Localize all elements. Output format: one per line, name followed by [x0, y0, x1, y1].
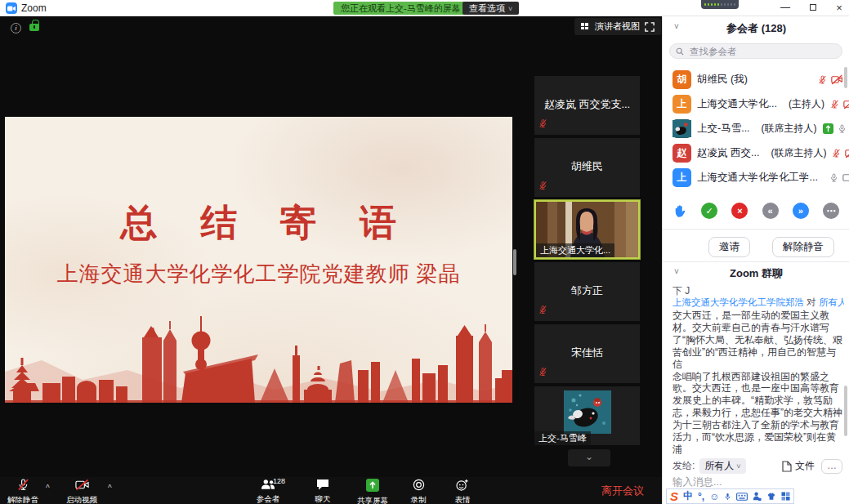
participant-row[interactable]: 赵 赵凌岚 西交... (联席主持人) [663, 140, 849, 165]
participants-scrollbar-thumb[interactable] [844, 67, 847, 88]
video-tile[interactable]: 上交-马雪峰 [534, 386, 640, 445]
share-screen-icon [366, 479, 379, 492]
chat-panel-title: Zoom 群聊 [663, 266, 849, 281]
screen-sharing-icon [823, 123, 833, 134]
send-to-label: 发给: [672, 459, 695, 473]
ime-voice-icon[interactable] [724, 492, 731, 502]
mic-muted-icon [830, 99, 839, 109]
maximize-icon [810, 4, 816, 11]
chat-send-row: 发给: 所有人˅ 文件 … [672, 458, 842, 474]
meeting-toolbar: 解除静音 ^ 启动视频 ^ 128 参会者 聊天 共享屏幕 [0, 477, 662, 504]
participant-row[interactable]: 胡 胡维民 (我) [663, 67, 849, 91]
sogou-logo-icon[interactable]: S [670, 489, 678, 503]
search-input[interactable] [688, 46, 827, 57]
mic-muted-icon [832, 148, 841, 158]
chevron-down-icon: ˅ [736, 462, 740, 471]
collapse-video-strip-button[interactable]: ⌄ [568, 449, 610, 466]
zoom-app-icon [6, 2, 17, 14]
raise-hand-icon[interactable] [673, 203, 687, 218]
side-panel: ˅ 参会者 (128) 胡 胡维民 (我) 上 上海交通大学化... (主持人) [662, 16, 849, 504]
chat-button[interactable]: 聊天 [304, 479, 342, 504]
chat-scrollbar-thumb[interactable] [844, 386, 847, 436]
avatar-image [672, 119, 691, 138]
fullscreen-icon[interactable] [645, 22, 655, 32]
file-button-label[interactable]: 文件 [795, 459, 815, 473]
start-video-button[interactable]: 启动视频 [59, 479, 105, 504]
tile-name: 胡维民 [534, 159, 640, 174]
ime-toolbox-icon[interactable] [781, 492, 790, 501]
minimize-button[interactable]: — [775, 0, 796, 16]
camera-off-icon [831, 74, 843, 85]
camera-off-icon [845, 148, 849, 158]
ime-keyboard-icon[interactable] [736, 493, 748, 501]
avatar: 上 [672, 168, 691, 187]
tile-name-plate: 上海交通大学化... [536, 243, 614, 257]
slide-subtitle: 上海交通大学化学化工学院党建教师 梁晶 [5, 260, 512, 288]
audio-options-chevron[interactable]: ^ [46, 484, 50, 493]
maximize-button[interactable] [802, 0, 824, 16]
user-avatar-image [564, 390, 611, 434]
ime-emoji-icon[interactable]: ☺ [709, 491, 719, 502]
go-slower-icon[interactable]: « [762, 203, 779, 219]
yes-reaction-icon[interactable]: ✓ [701, 203, 717, 219]
speaker-view-button[interactable]: 演讲者视图 [574, 18, 661, 35]
participant-row[interactable]: 上 上海交通大学化学化工学... [663, 165, 849, 190]
tile-name-plate: 上交-马雪峰 [534, 431, 591, 445]
camera-off-icon [75, 479, 89, 491]
zoom-window: Zoom 您正在观看上交-马雪峰的屏幕 查看选项˅ — × i 演讲者视图 总 … [0, 0, 849, 504]
participants-panel-title: 参会者 (128) [663, 21, 849, 36]
chat-sender-line: 上海交通大学化学化工学院郑浩 对 所有人说: [672, 297, 844, 309]
gallery-grid-icon [581, 23, 590, 30]
sogou-ime-toolbar[interactable]: S 中 °, ☺ [666, 488, 794, 504]
unmute-all-button[interactable]: 解除静音 [772, 237, 834, 257]
file-icon[interactable] [782, 461, 792, 472]
go-faster-icon[interactable]: » [793, 203, 809, 219]
mic-icon [838, 123, 847, 134]
active-speaker-video-tile[interactable]: 上海交通大学化... [534, 200, 640, 259]
ime-chinese-mode-icon[interactable]: 中 [683, 489, 693, 503]
mic-muted-icon [538, 179, 547, 194]
chat-sender-name[interactable]: 上海交通大学化学化工学院郑浩 [672, 297, 804, 307]
video-tile[interactable]: 赵凌岚 西交党支... [534, 76, 640, 135]
watching-screen-badge: 您正在观看上交-马雪峰的屏幕 [333, 2, 468, 15]
more-reactions-icon[interactable]: ⋯ [823, 203, 839, 219]
presentation-slide: 总 结 寄 语 上海交通大学化学化工学院党建教师 梁晶 [5, 117, 512, 403]
video-tile[interactable]: 胡维民 [534, 138, 640, 197]
ime-punctuation-icon[interactable]: °, [698, 491, 704, 502]
speaker-view-label: 演讲者视图 [595, 20, 640, 33]
send-to-dropdown[interactable]: 所有人˅ [699, 458, 745, 474]
record-button[interactable]: 录制 [400, 479, 436, 504]
meeting-info-icon[interactable]: i [11, 23, 21, 33]
no-reaction-icon[interactable]: × [731, 203, 748, 219]
invite-button[interactable]: 邀请 [708, 237, 750, 257]
view-options-button[interactable]: 查看选项˅ [462, 2, 519, 15]
participant-search-box[interactable] [669, 43, 842, 59]
mic-muted-icon [17, 479, 29, 491]
ime-skin-person-icon[interactable] [753, 492, 762, 502]
participant-row[interactable]: 上 上海交通大学化... (主持人) [663, 91, 849, 116]
video-tile[interactable]: 宋佳恬 [534, 324, 640, 383]
chat-message-text: 交大西迁，是一部生动的爱国主义教 材。交大前辈自己的青春与汗水谱写 了“胸怀大局… [672, 310, 842, 457]
share-screen-button[interactable]: 共享屏幕 [350, 479, 395, 504]
video-options-chevron[interactable]: ^ [108, 484, 112, 493]
avatar: 上 [672, 95, 691, 114]
ime-shirt-icon[interactable] [766, 492, 776, 501]
avatar: 胡 [672, 70, 691, 89]
chevron-down-icon: ˅ [508, 5, 512, 13]
chat-input-placeholder[interactable]: 输入消息... [672, 475, 722, 489]
participants-count-badge: 128 [273, 477, 285, 485]
divider [663, 261, 849, 262]
participants-button[interactable]: 128 参会者 [245, 479, 291, 504]
leave-meeting-button[interactable]: 离开会议 [601, 484, 644, 498]
participant-row[interactable]: 上交-马雪... (联席主持人) [663, 116, 849, 140]
video-tile[interactable]: 邹方正 [534, 262, 640, 321]
mic-muted-icon [538, 303, 547, 318]
close-button[interactable]: × [829, 0, 849, 16]
unmute-button[interactable]: 解除静音 [2, 479, 44, 504]
avatar: 赵 [672, 144, 691, 163]
chat-more-button[interactable]: … [821, 459, 842, 474]
chat-recipient[interactable]: 所有人 [819, 297, 844, 307]
mic-icon [829, 172, 838, 183]
main-scrollbar-thumb[interactable] [513, 249, 516, 275]
reactions-button[interactable]: 表情 [445, 479, 480, 504]
